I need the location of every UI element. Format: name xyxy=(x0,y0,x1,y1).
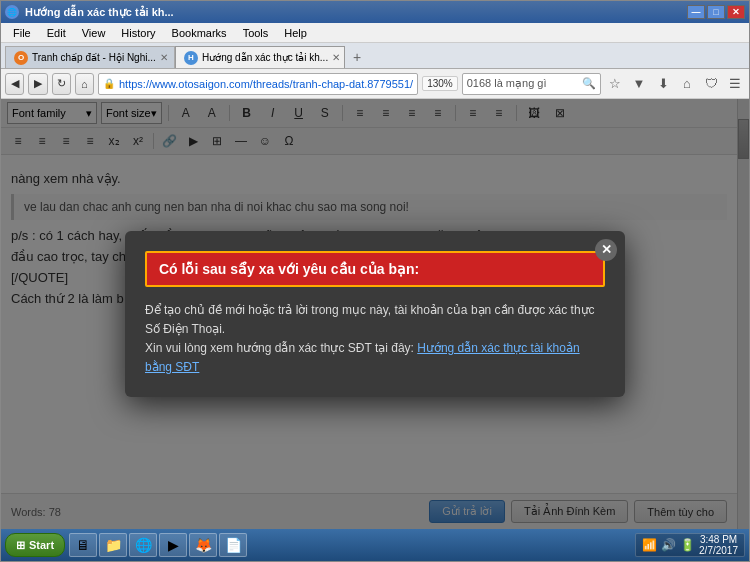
new-tab-button[interactable]: + xyxy=(345,46,369,68)
address-box[interactable]: 🔒 https://www.otosaigon.com/threads/tran… xyxy=(98,73,418,95)
modal-body-line1: Để tạo chủ đề mới hoặc trả lời trong mục… xyxy=(145,301,605,339)
menu-file[interactable]: File xyxy=(5,25,39,41)
modal-error-title: Có lỗi sau sẩy xa với yêu cầu của bạn: xyxy=(145,251,605,287)
home-icon[interactable]: ⌂ xyxy=(677,74,697,94)
menu-history[interactable]: History xyxy=(113,25,163,41)
taskbar-apps: 🖥 📁 🌐 ▶ 🦊 📄 xyxy=(69,533,247,557)
tab-1[interactable]: H Hướng dẫn xác thực tải kh... ✕ xyxy=(175,46,345,68)
tray-network-icon: 📶 xyxy=(642,538,657,552)
modal-close-button[interactable]: ✕ xyxy=(595,239,617,261)
browser-window: 🌐 Hướng dẫn xác thực tải kh... — □ ✕ Fil… xyxy=(0,0,750,562)
menu-tools[interactable]: Tools xyxy=(235,25,277,41)
search-icon: 🔍 xyxy=(582,77,596,90)
tab-1-close[interactable]: ✕ xyxy=(332,52,340,63)
window-title: Hướng dẫn xác thực tải kh... xyxy=(25,6,174,19)
bookmark-icon[interactable]: ▼ xyxy=(629,74,649,94)
title-bar-left: 🌐 Hướng dẫn xác thực tải kh... xyxy=(5,5,174,19)
refresh-button[interactable]: ↻ xyxy=(52,73,71,95)
url-display: https://www.otosaigon.com/threads/tranh-… xyxy=(119,78,413,90)
browser-icon: 🌐 xyxy=(5,5,19,19)
taskbar-tray: 📶 🔊 🔋 3:48 PM 2/7/2017 xyxy=(635,533,745,557)
taskbar-app-4[interactable]: 🦊 xyxy=(189,533,217,557)
taskbar-app-0[interactable]: 🖥 xyxy=(69,533,97,557)
start-button[interactable]: ⊞ Start xyxy=(5,533,65,557)
tab-1-icon: H xyxy=(184,51,198,65)
modal-body-line2: Xin vui lòng xem hướng dẫn xác thực SĐT … xyxy=(145,339,605,377)
modal-overlay: ✕ Có lỗi sau sẩy xa với yêu cầu của bạn:… xyxy=(1,99,749,529)
tab-0-icon: O xyxy=(14,51,28,65)
menu-bookmarks[interactable]: Bookmarks xyxy=(164,25,235,41)
close-button[interactable]: ✕ xyxy=(727,5,745,19)
tray-volume-icon: 🔊 xyxy=(661,538,676,552)
home-button[interactable]: ⌂ xyxy=(75,73,94,95)
menu-help[interactable]: Help xyxy=(276,25,315,41)
menu-view[interactable]: View xyxy=(74,25,114,41)
minimize-button[interactable]: — xyxy=(687,5,705,19)
search-text: 0168 là mạng gì xyxy=(467,77,578,90)
modal-body: Để tạo chủ đề mới hoặc trả lời trong mục… xyxy=(145,301,605,378)
taskbar-app-1[interactable]: 📁 xyxy=(99,533,127,557)
content-area: Font family ▾ Font size ▾ A A B I U S ≡ … xyxy=(1,99,749,529)
taskbar: ⊞ Start 🖥 📁 🌐 ▶ 🦊 📄 📶 🔊 🔋 3:48 PM 2/7/20… xyxy=(1,529,749,561)
menu-bar: File Edit View History Bookmarks Tools H… xyxy=(1,23,749,43)
menu-edit[interactable]: Edit xyxy=(39,25,74,41)
title-bar: 🌐 Hướng dẫn xác thực tải kh... — □ ✕ xyxy=(1,1,749,23)
download-icon[interactable]: ⬇ xyxy=(653,74,673,94)
tray-battery-icon: 🔋 xyxy=(680,538,695,552)
window-controls: — □ ✕ xyxy=(687,5,745,19)
tab-0-label: Tranh chấp đất - Hội Nghi... xyxy=(32,52,156,63)
start-label: Start xyxy=(29,539,54,551)
tray-time-value: 3:48 PM xyxy=(699,534,738,545)
shield-icon[interactable]: 🛡 xyxy=(701,74,721,94)
modal-body-prefix: Xin vui lòng xem hướng dẫn xác thực SĐT … xyxy=(145,341,417,355)
taskbar-app-3[interactable]: ▶ xyxy=(159,533,187,557)
back-button[interactable]: ◀ xyxy=(5,73,24,95)
taskbar-app-2[interactable]: 🌐 xyxy=(129,533,157,557)
ssl-icon: 🔒 xyxy=(103,78,115,89)
toolbar-icons: ☆ ▼ ⬇ ⌂ 🛡 ☰ xyxy=(605,74,745,94)
tray-date-value: 2/7/2017 xyxy=(699,545,738,556)
tray-clock: 3:48 PM 2/7/2017 xyxy=(699,534,738,556)
windows-icon: ⊞ xyxy=(16,539,25,552)
menu-icon[interactable]: ☰ xyxy=(725,74,745,94)
taskbar-app-5[interactable]: 📄 xyxy=(219,533,247,557)
tab-bar: O Tranh chấp đất - Hội Nghi... ✕ H Hướng… xyxy=(1,43,749,69)
tab-0-close[interactable]: ✕ xyxy=(160,52,168,63)
search-box[interactable]: 0168 là mạng gì 🔍 xyxy=(462,73,601,95)
tab-1-label: Hướng dẫn xác thực tải kh... xyxy=(202,52,328,63)
star-icon[interactable]: ☆ xyxy=(605,74,625,94)
forward-button[interactable]: ▶ xyxy=(28,73,47,95)
maximize-button[interactable]: □ xyxy=(707,5,725,19)
tab-0[interactable]: O Tranh chấp đất - Hội Nghi... ✕ xyxy=(5,46,175,68)
address-bar-row: ◀ ▶ ↻ ⌂ 🔒 https://www.otosaigon.com/thre… xyxy=(1,69,749,99)
error-modal: ✕ Có lỗi sau sẩy xa với yêu cầu của bạn:… xyxy=(125,231,625,398)
zoom-level[interactable]: 130% xyxy=(422,76,458,91)
